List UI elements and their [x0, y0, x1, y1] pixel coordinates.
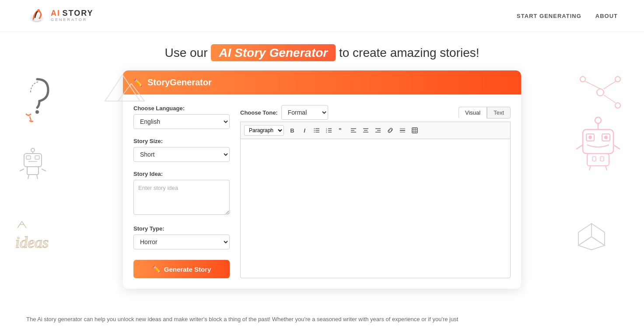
generate-pencil-icon: ✏️ — [152, 265, 161, 273]
blockquote-button[interactable]: " — [336, 125, 347, 136]
logo-text: AI STORY GENERATOR — [51, 9, 93, 22]
hero-suffix: to create amazing stories! — [339, 46, 480, 60]
svg-rect-70 — [412, 128, 417, 133]
svg-point-31 — [588, 136, 592, 139]
story-size-field: Story Size: Short Medium Long — [133, 138, 230, 162]
svg-line-15 — [28, 175, 29, 179]
ordered-list-button[interactable]: 1.2.3. — [323, 125, 335, 136]
svg-point-1 — [37, 9, 40, 12]
svg-line-26 — [604, 81, 616, 89]
svg-rect-10 — [27, 167, 38, 175]
tone-field: Choose Tone: Formal Casual Humorous Dram… — [240, 105, 328, 120]
story-size-select[interactable]: Short Medium Long — [133, 147, 230, 162]
tab-text[interactable]: Text — [487, 107, 511, 119]
format-select[interactable]: Paragraph Heading 1 Heading 2 — [244, 125, 284, 136]
svg-line-27 — [604, 95, 616, 103]
horizontal-rule-button[interactable] — [397, 125, 408, 136]
tone-label: Choose Tone: — [240, 109, 278, 116]
svg-line-38 — [589, 166, 591, 170]
left-panel: Choose Language: English Spanish French … — [133, 105, 230, 278]
svg-marker-43 — [578, 224, 592, 245]
doodle-robot-left — [18, 145, 48, 182]
doodle-question — [18, 75, 57, 129]
nav-start-generating[interactable]: START GENERATING — [517, 13, 581, 19]
svg-rect-35 — [587, 154, 609, 166]
align-left-button[interactable] — [348, 125, 359, 136]
svg-rect-8 — [35, 156, 39, 159]
tab-visual[interactable]: Visual — [458, 107, 487, 119]
svg-point-23 — [615, 77, 620, 82]
table-button[interactable] — [409, 125, 420, 136]
svg-line-36 — [576, 145, 583, 149]
main-content: ideas — [0, 70, 644, 306]
logo: AI STORY GENERATOR — [26, 5, 93, 26]
logo-story-text: STORY — [62, 9, 93, 18]
generate-btn-label: Generate Story — [164, 266, 211, 273]
bold-button[interactable]: B — [287, 125, 298, 136]
bottom-text: The Ai story generator can help you unlo… — [0, 306, 644, 333]
story-type-select[interactable]: Horror Comedy Romance Adventure Sci-Fi — [133, 234, 230, 249]
language-field: Choose Language: English Spanish French … — [133, 105, 230, 129]
svg-text:": " — [339, 127, 342, 133]
hero-section: Use our AI Story Generator to create ama… — [0, 32, 644, 70]
svg-point-49 — [314, 130, 315, 131]
svg-text:ideas: ideas — [15, 234, 49, 251]
svg-point-34 — [595, 117, 601, 123]
align-right-button[interactable] — [372, 125, 384, 136]
story-idea-textarea[interactable] — [133, 180, 230, 215]
svg-point-22 — [580, 77, 585, 82]
doodle-ideas: ideas — [13, 219, 57, 256]
right-panel: Choose Tone: Formal Casual Humorous Dram… — [240, 105, 511, 278]
svg-point-12 — [31, 148, 35, 152]
svg-line-13 — [20, 169, 24, 171]
svg-point-24 — [615, 103, 620, 108]
story-type-field: Story Type: Horror Comedy Romance Advent… — [133, 225, 230, 249]
svg-point-21 — [597, 89, 604, 96]
unordered-list-button[interactable] — [311, 125, 322, 136]
svg-marker-44 — [578, 237, 605, 250]
italic-button[interactable]: I — [299, 125, 310, 136]
hero-highlight: AI Story Generator — [211, 44, 336, 61]
nav-links: START GENERATING ABOUT — [517, 13, 618, 19]
logo-ai-text: AI — [51, 9, 60, 18]
link-button[interactable] — [385, 125, 396, 136]
doodle-robot-right — [574, 114, 622, 173]
align-center-button[interactable] — [360, 125, 371, 136]
tone-select[interactable]: Formal Casual Humorous Dramatic — [281, 105, 328, 120]
story-idea-field: Story Idea: — [133, 171, 230, 217]
bottom-text-content: The Ai story generator can help you unlo… — [26, 316, 458, 322]
generate-story-button[interactable]: ✏️ Generate Story — [133, 260, 230, 278]
story-idea-label: Story Idea: — [133, 171, 230, 177]
svg-line-39 — [606, 166, 607, 170]
language-select[interactable]: English Spanish French German — [133, 114, 230, 129]
svg-point-48 — [314, 128, 315, 129]
story-size-label: Story Size: — [133, 138, 230, 144]
svg-marker-42 — [592, 224, 605, 245]
logo-icon — [26, 5, 47, 26]
editor-toolbar: Paragraph Heading 1 Heading 2 B I 1.2.3.… — [240, 122, 511, 139]
svg-text:3.: 3. — [326, 131, 327, 133]
svg-line-14 — [42, 169, 46, 171]
navbar: AI STORY GENERATOR START GENERATING ABOU… — [0, 0, 644, 32]
story-generator-card: ✏️ StoryGenerator Choose Language: Engli… — [123, 70, 521, 289]
svg-rect-40 — [592, 157, 596, 161]
card-header-title: StoryGenerator — [147, 77, 212, 88]
svg-rect-28 — [583, 130, 613, 154]
svg-point-2 — [35, 110, 39, 114]
svg-line-25 — [585, 81, 600, 89]
svg-point-32 — [604, 136, 608, 139]
card-body: Choose Language: English Spanish French … — [123, 94, 521, 289]
svg-point-50 — [314, 132, 315, 133]
svg-line-37 — [613, 145, 620, 149]
svg-line-16 — [37, 175, 38, 179]
nav-about[interactable]: ABOUT — [595, 13, 618, 19]
doodle-cube — [574, 219, 609, 256]
svg-marker-5 — [118, 84, 144, 101]
story-type-label: Story Type: — [133, 225, 230, 232]
editor-content-area[interactable] — [240, 139, 511, 278]
svg-rect-41 — [600, 157, 604, 161]
doodle-molecule — [574, 70, 626, 116]
editor-tabs: Visual Text — [458, 107, 511, 119]
hero-prefix: Use our — [164, 46, 207, 60]
doodle-mountain — [88, 66, 149, 107]
